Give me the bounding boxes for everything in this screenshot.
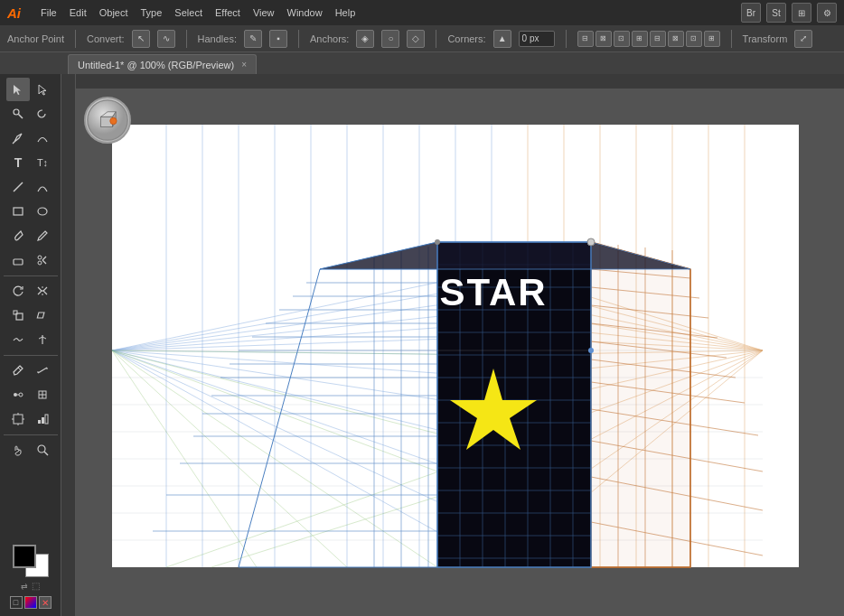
type-tool[interactable]: T: [6, 151, 30, 174]
ruler-left: [61, 74, 76, 616]
settings-icon-btn[interactable]: ⚙: [817, 3, 837, 23]
convert-arrow-btn[interactable]: ↖: [132, 30, 150, 48]
menu-edit[interactable]: Edit: [64, 5, 92, 20]
eraser-tool[interactable]: [6, 248, 30, 272]
menu-effect[interactable]: Effect: [210, 5, 246, 20]
default-colors-btn[interactable]: ⬚: [32, 581, 40, 591]
paintbrush-tool[interactable]: [6, 224, 30, 247]
anchors-btn[interactable]: ◈: [356, 30, 374, 48]
transform-btn[interactable]: ⤢: [794, 30, 812, 48]
hand-tool[interactable]: [6, 438, 30, 462]
select-tool[interactable]: [6, 78, 30, 101]
menu-window[interactable]: Window: [282, 5, 328, 20]
menu-type[interactable]: Type: [136, 5, 168, 20]
menu-help[interactable]: Help: [330, 5, 361, 20]
mesh-tool[interactable]: [31, 383, 54, 406]
tool-row-warp: [2, 328, 59, 351]
tool-row-nav: [2, 438, 59, 462]
blend-tool[interactable]: [6, 383, 30, 406]
svg-rect-32: [45, 415, 48, 424]
tool-sep-1: [4, 275, 58, 276]
graph-tool[interactable]: [31, 407, 54, 431]
svg-point-20: [19, 393, 23, 397]
separator-3: [298, 30, 299, 48]
menu-object[interactable]: Object: [94, 5, 134, 20]
svg-point-0: [14, 109, 19, 115]
pencil-tool[interactable]: [31, 224, 54, 247]
tool-row-eraser: [2, 248, 59, 272]
menu-file[interactable]: File: [35, 5, 62, 20]
reflect-tool[interactable]: [31, 279, 54, 303]
align-btn-8[interactable]: ⊞: [704, 31, 720, 47]
anchors-btn2[interactable]: ○: [381, 30, 399, 48]
separator-1: [75, 30, 76, 48]
corners-input[interactable]: [519, 31, 555, 47]
st-icon-btn[interactable]: St: [766, 3, 786, 23]
align-btn-3[interactable]: ⊡: [614, 31, 630, 47]
shear-tool[interactable]: [31, 303, 54, 327]
svg-line-6: [42, 257, 46, 260]
pen-tool[interactable]: [6, 126, 30, 150]
none-mode-btn[interactable]: ✕: [39, 596, 52, 609]
zoom-tool[interactable]: [31, 438, 54, 462]
direct-select-tool[interactable]: [31, 78, 54, 101]
color-mode-btn[interactable]: □: [10, 596, 23, 609]
handles-label: Handles:: [198, 33, 237, 44]
color-swatches[interactable]: [13, 545, 49, 577]
tool-row-rotate: [2, 279, 59, 303]
br-icon-btn[interactable]: Br: [741, 3, 761, 23]
title-bar-right: Br St ⊞ ⚙: [741, 3, 837, 23]
width-tool[interactable]: [31, 328, 54, 351]
scissors-tool[interactable]: [31, 248, 54, 272]
arc-tool[interactable]: [31, 175, 54, 199]
artboard-tool[interactable]: [6, 407, 30, 431]
align-btn-6[interactable]: ⊠: [668, 31, 684, 47]
measure-tool[interactable]: [31, 359, 54, 382]
type-vertical-tool[interactable]: T↕: [31, 151, 54, 174]
separator-6: [731, 30, 732, 48]
curvature-tool[interactable]: [31, 126, 54, 150]
lasso-tool[interactable]: [31, 102, 54, 126]
align-btn-4[interactable]: ⊞: [632, 31, 648, 47]
fill-swatch[interactable]: [13, 545, 36, 568]
align-btn-5[interactable]: ⊟: [650, 31, 666, 47]
anchors-btn3[interactable]: ◇: [407, 30, 425, 48]
svg-rect-3: [14, 208, 23, 215]
anchors-label: Anchors:: [310, 33, 349, 44]
line-segment-tool[interactable]: [6, 175, 30, 199]
tab-close-btn[interactable]: ×: [241, 60, 247, 70]
align-btn-2[interactable]: ⊠: [595, 31, 612, 47]
align-btn-7[interactable]: ⊡: [686, 31, 702, 47]
handles-btn2[interactable]: ▪: [269, 30, 287, 48]
svg-rect-25: [14, 415, 23, 424]
swap-colors-btn[interactable]: ⇄: [21, 582, 28, 591]
svg-point-4: [38, 208, 47, 215]
ai-logo: Ai: [7, 5, 21, 21]
menu-select[interactable]: Select: [169, 5, 208, 20]
magic-wand-tool[interactable]: [6, 102, 30, 126]
title-bar: Ai File Edit Object Type Select Effect V…: [0, 0, 844, 25]
rotate-tool[interactable]: [6, 279, 30, 303]
warp-tool[interactable]: [6, 328, 30, 351]
rectangle-tool[interactable]: [6, 200, 30, 223]
perspective-grid-canvas: STAR: [76, 89, 844, 616]
tool-row-graph: [2, 407, 59, 431]
svg-rect-5: [14, 259, 23, 265]
perspective-widget[interactable]: [84, 97, 131, 144]
convert-curve-btn[interactable]: ∿: [157, 30, 175, 48]
align-btn-1[interactable]: ⊟: [577, 31, 594, 47]
menu-view[interactable]: View: [248, 5, 280, 20]
eyedropper-tool[interactable]: [6, 359, 30, 382]
scale-tool[interactable]: [6, 303, 30, 327]
anchor-point-label: Anchor Point: [7, 33, 64, 44]
document-tab[interactable]: Untitled-1* @ 100% (RGB/Preview) ×: [68, 54, 257, 74]
handles-btn[interactable]: ✎: [244, 30, 262, 48]
ruler-top: // ruler ticks drawn via JS below: [61, 74, 844, 89]
tool-row-blend: [2, 383, 59, 406]
ellipse-tool[interactable]: [31, 200, 54, 223]
grid-icon-btn[interactable]: ⊞: [792, 3, 811, 23]
svg-text:STAR: STAR: [439, 271, 547, 313]
corners-up-btn[interactable]: ▲: [493, 30, 511, 48]
gradient-mode-btn[interactable]: [24, 596, 37, 609]
svg-marker-131: [591, 242, 690, 567]
